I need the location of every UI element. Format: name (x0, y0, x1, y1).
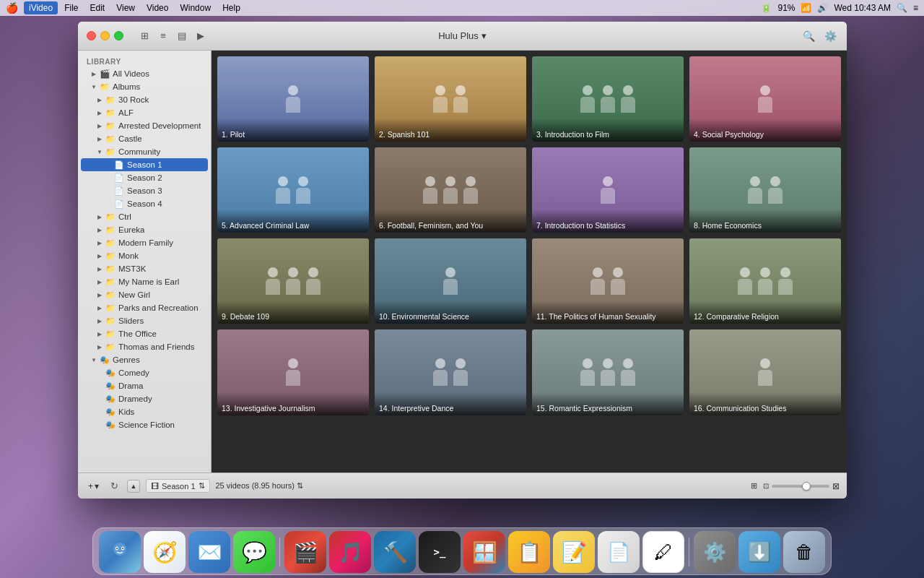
video-thumb-ep15[interactable]: h15. Romantic Expressionism▶ (532, 329, 684, 415)
view-columns-button[interactable]: ▤ (174, 28, 190, 44)
title-gear-button[interactable]: ⚙️ (822, 28, 838, 44)
dock-sysprefs[interactable]: ⚙️ (694, 531, 736, 573)
video-thumb-ep2[interactable]: h2. Spanish 101▶ (375, 56, 526, 142)
menu-file[interactable]: File (59, 1, 83, 14)
dock-stickies[interactable]: 📝 (553, 531, 595, 573)
dock-windows[interactable]: 🪟 (463, 531, 505, 573)
sidebar-item-season3[interactable]: 📄 Season 3 (81, 184, 208, 197)
view-list-button[interactable]: ≡ (155, 28, 171, 44)
sidebar-item-sliders[interactable]: 📁 Sliders (81, 314, 208, 327)
refresh-button[interactable]: ↻ (108, 479, 121, 493)
sidebar-item-dramedy[interactable]: 🎭 Dramedy (81, 392, 208, 405)
genres-label: Genres (113, 355, 140, 364)
sidebar-item-thomas[interactable]: 📁 Thomas and Friends (81, 340, 208, 353)
add-button[interactable]: + ▾ (85, 480, 102, 493)
menubar-search-icon[interactable]: 🔍 (897, 3, 907, 13)
sidebar-item-the-office[interactable]: 📁 The Office (81, 327, 208, 340)
sidebar-item-modern-family[interactable]: 📁 Modern Family (81, 236, 208, 249)
ctrl-icon: 📁 (105, 212, 116, 222)
grid-view-icon[interactable]: ⊞ (751, 481, 757, 491)
sidebar-item-season2[interactable]: 📄 Season 2 (81, 171, 208, 184)
title-arrow-icon[interactable]: ▾ (481, 30, 487, 41)
scroll-up-button[interactable]: ▲ (127, 480, 140, 493)
sidebar-item-castle[interactable]: 📁 Castle (81, 132, 208, 145)
sidebar-item-albums[interactable]: 📁 Albums (81, 80, 208, 93)
app-window: ⊞ ≡ ▤ ▶ Hulu Plus ▾ 🔍 ⚙️ LIBRARY 🎬 All V… (78, 22, 847, 499)
30rock-icon: 📁 (105, 95, 116, 105)
dock-itunes[interactable]: 🎵 (329, 531, 371, 573)
dock-messages[interactable]: 💬 (233, 531, 275, 573)
svg-point-35 (116, 548, 118, 549)
new-girl-label: New Girl (118, 290, 150, 299)
dock-mail[interactable]: ✉️ (188, 531, 230, 573)
dramedy-icon: 🎭 (105, 394, 116, 404)
dock-safari[interactable]: 🧭 (144, 531, 186, 573)
sidebar-item-season4[interactable]: 📄 Season 4 (81, 197, 208, 210)
kids-label: Kids (118, 407, 134, 416)
dock-trash[interactable]: 🗑 (783, 531, 825, 573)
sidebar-item-ctrl[interactable]: 📁 Ctrl (81, 210, 208, 223)
eureka-icon: 📁 (105, 225, 116, 235)
menu-help[interactable]: Help (217, 1, 245, 14)
video-thumb-ep12[interactable]: h12. Comparative Religion▶ (689, 238, 841, 324)
sidebar-item-all-videos[interactable]: 🎬 All Videos (81, 67, 208, 80)
dock-terminal[interactable]: >_ (419, 531, 461, 573)
apple-menu[interactable]: 🍎 (6, 2, 18, 14)
view-play-button[interactable]: ▶ (193, 28, 209, 44)
sidebar-item-season1[interactable]: 📄 Season 1 (81, 158, 208, 171)
video-thumb-ep13[interactable]: h13. Investigative Journalism▶ (217, 329, 369, 415)
sidebar-item-my-name-is-earl[interactable]: 📁 My Name is Earl (81, 275, 208, 288)
sidebar-item-30rock[interactable]: 📁 30 Rock (81, 93, 208, 106)
video-thumb-ep10[interactable]: h10. Environmental Science▶ (375, 238, 526, 324)
sidebar-item-new-girl[interactable]: 📁 New Girl (81, 288, 208, 301)
video-thumb-ep7[interactable]: h7. Introduction to Statistics▶ (532, 147, 684, 233)
video-thumb-ep14[interactable]: h14. Interpretive Dance▶ (375, 329, 526, 415)
size-slider[interactable] (772, 485, 829, 488)
video-thumb-ep16[interactable]: h16. Communication Studies▶ (689, 329, 841, 415)
video-thumb-ep8[interactable]: h8. Home Economics▶ (689, 147, 841, 233)
eureka-label: Eureka (118, 225, 144, 234)
minimize-button[interactable] (100, 31, 110, 40)
all-videos-label: All Videos (113, 69, 149, 78)
sidebar-item-sci-fi[interactable]: 🎭 Science Fiction (81, 418, 208, 431)
close-button[interactable] (87, 31, 96, 40)
sidebar-item-mst3k[interactable]: 📁 MST3K (81, 262, 208, 275)
sidebar-item-community[interactable]: 📁 Community (81, 145, 208, 158)
dock-textedit[interactable]: 📄 (598, 531, 640, 573)
sidebar-item-eureka[interactable]: 📁 Eureka (81, 223, 208, 236)
video-thumb-ep6[interactable]: h6. Football, Feminism, and You▶ (375, 147, 526, 233)
video-thumb-ep9[interactable]: h9. Debate 109▶ (217, 238, 369, 324)
menu-video[interactable]: Video (141, 1, 173, 14)
menu-view[interactable]: View (111, 1, 140, 14)
sidebar-item-drama[interactable]: 🎭 Drama (81, 379, 208, 392)
menubar-list-icon[interactable]: ≡ (913, 3, 918, 13)
dock-xcode[interactable]: 🔨 (374, 531, 416, 573)
sidebar-item-kids[interactable]: 🎭 Kids (81, 405, 208, 418)
sidebar-item-genres[interactable]: 🎭 Genres (81, 353, 208, 366)
dock-downloads[interactable]: ⬇️ (738, 531, 780, 573)
dock-finder[interactable] (99, 531, 141, 573)
video-thumb-ep4[interactable]: h4. Social Psychology▶ (689, 56, 841, 142)
sidebar-item-comedy[interactable]: 🎭 Comedy (81, 366, 208, 379)
dock-notes[interactable]: 📋 (508, 531, 550, 573)
video-thumb-ep5[interactable]: h5. Advanced Criminal Law▶ (217, 147, 369, 233)
sidebar-item-alf[interactable]: 📁 ALF (81, 106, 208, 119)
sidebar-item-monk[interactable]: 📁 Monk (81, 249, 208, 262)
sidebar-item-parks-and-rec[interactable]: 📁 Parks and Recreation (81, 301, 208, 314)
dock-ivideo[interactable]: 🎬 (284, 531, 326, 573)
menu-window[interactable]: Window (175, 1, 216, 14)
community-icon: 📁 (105, 147, 116, 157)
video-thumb-ep1[interactable]: h1. Pilot▶ (217, 56, 369, 142)
menu-app-name[interactable]: iVideo (24, 1, 58, 14)
season-selector[interactable]: 🎞 Season 1 ⇅ (146, 479, 209, 493)
title-search-button[interactable]: 🔍 (801, 28, 816, 44)
menu-edit[interactable]: Edit (84, 1, 110, 14)
video-thumb-ep11[interactable]: h11. The Politics of Human Sexuality▶ (532, 238, 684, 324)
season3-icon: 📄 (114, 186, 124, 196)
view-grid-button[interactable]: ⊞ (136, 28, 152, 44)
dock-inkscape[interactable]: 🖊 (642, 531, 684, 573)
video-thumb-ep3[interactable]: h3. Introduction to Film▶ (532, 56, 684, 142)
fullscreen-button[interactable] (114, 31, 123, 40)
film-strip-icon: 🎞 (151, 482, 159, 491)
sidebar-item-arrested-dev[interactable]: 📁 Arrested Development (81, 119, 208, 132)
